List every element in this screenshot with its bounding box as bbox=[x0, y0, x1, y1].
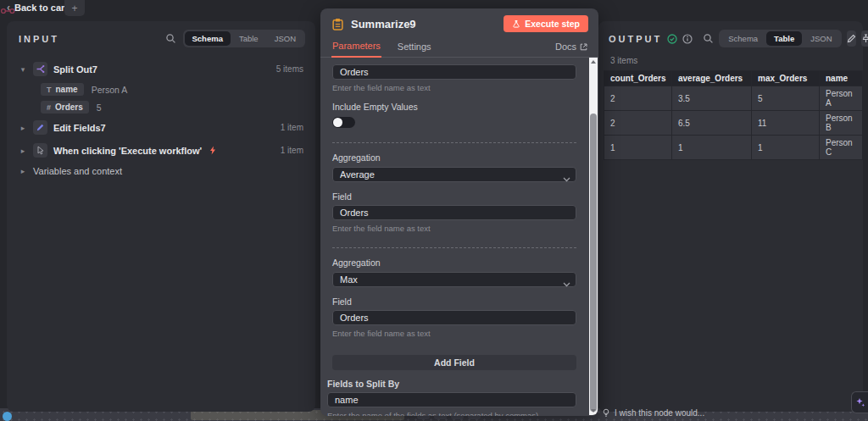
edit-output-button[interactable] bbox=[847, 30, 856, 47]
fields-to-split-by-label: Fields to Split By bbox=[327, 379, 576, 389]
plus-icon: + bbox=[71, 3, 77, 14]
split-by-hint: Enter the name of the fields as text (se… bbox=[327, 411, 576, 416]
pencil-icon bbox=[847, 34, 856, 43]
schema-field[interactable]: #Orders5 bbox=[15, 98, 307, 116]
lightning-icon bbox=[209, 146, 216, 155]
field-key: Orders bbox=[55, 102, 83, 112]
scroll-up-arrow[interactable] bbox=[589, 58, 598, 66]
field-input[interactable] bbox=[332, 310, 576, 325]
scrollbar-thumb[interactable] bbox=[590, 114, 597, 412]
node-detail-modal: Summarize9 Execute step Parameters Setti… bbox=[320, 8, 598, 416]
aggregation-select[interactable] bbox=[332, 271, 576, 287]
input-display-mode-tabs: Schema Table JSON bbox=[183, 30, 306, 47]
output-panel-title: OUTPUT bbox=[609, 34, 662, 44]
input-tree-node[interactable]: ▸Variables and context bbox=[15, 162, 307, 180]
modal-scrollbar[interactable] bbox=[589, 58, 598, 415]
table-column-header: count_Orders bbox=[604, 71, 672, 86]
field-pill[interactable]: #Orders bbox=[41, 101, 89, 114]
fields-to-split-by-input[interactable] bbox=[327, 392, 576, 407]
include-empty-toggle[interactable] bbox=[332, 117, 355, 128]
node-label: Split Out7 bbox=[53, 64, 97, 75]
table-row[interactable]: 111Person C bbox=[604, 136, 863, 160]
input-tree-node[interactable]: ▾Split Out75 items bbox=[15, 58, 307, 80]
tab-input-json[interactable]: JSON bbox=[267, 31, 303, 46]
tab-output-table[interactable]: Table bbox=[766, 31, 802, 46]
modal-tab-bar: Parameters Settings Docs bbox=[320, 36, 598, 58]
chevron-right-icon[interactable]: ▸ bbox=[19, 147, 27, 155]
table-cell: 11 bbox=[752, 111, 820, 136]
table-cell: Person C bbox=[820, 136, 863, 160]
node-label: When clicking 'Execute workflow' bbox=[53, 146, 202, 156]
output-panel-header: OUTPUT Schema Table JSON bbox=[598, 21, 863, 54]
summarize-node-icon bbox=[331, 18, 344, 30]
chevron-down-icon bbox=[563, 275, 570, 291]
table-cell: 1 bbox=[752, 136, 820, 160]
table-cell: 5 bbox=[752, 86, 820, 111]
sparkle-icon bbox=[855, 397, 865, 407]
chevron-right-icon[interactable]: ▸ bbox=[19, 124, 27, 132]
new-tab-button[interactable]: + bbox=[64, 0, 85, 16]
table-cell: 3.5 bbox=[672, 86, 752, 111]
aggregation-select-value[interactable] bbox=[332, 272, 576, 287]
input-tree-node[interactable]: ▸Edit Fields71 item bbox=[15, 116, 307, 139]
input-panel-header: INPUT Schema Table JSON bbox=[7, 21, 315, 54]
item-count: 1 item bbox=[281, 123, 303, 132]
ai-assistant-button[interactable] bbox=[851, 391, 868, 413]
item-divider bbox=[332, 142, 576, 143]
field-input[interactable] bbox=[332, 205, 576, 220]
field-hint: Enter the field name as text bbox=[332, 83, 576, 92]
aggregation-select[interactable] bbox=[332, 166, 576, 182]
field-value: 5 bbox=[97, 102, 102, 113]
execute-step-label: Execute step bbox=[525, 19, 580, 29]
cursor-icon bbox=[33, 143, 47, 158]
table-cell: Person B bbox=[820, 111, 863, 136]
schema-field[interactable]: TnamePerson A bbox=[15, 80, 307, 98]
modal-header: Summarize9 Execute step bbox=[320, 8, 598, 36]
item-count: 1 item bbox=[281, 146, 303, 155]
field-pill[interactable]: Tname bbox=[41, 83, 84, 96]
add-field-button[interactable]: Add Field bbox=[332, 355, 576, 370]
external-link-icon bbox=[580, 43, 587, 51]
chevron-down-icon[interactable]: ▾ bbox=[19, 65, 27, 74]
table-cell: Person A bbox=[820, 86, 863, 111]
pin-data-button[interactable] bbox=[861, 30, 868, 47]
field-label: Field bbox=[332, 296, 576, 307]
info-icon[interactable] bbox=[682, 34, 693, 44]
table-cell: 6.5 bbox=[672, 111, 752, 136]
docs-link[interactable]: Docs bbox=[555, 42, 587, 57]
aggregation-label: Aggregation bbox=[332, 258, 576, 268]
search-icon[interactable] bbox=[165, 33, 176, 44]
aggregation-label: Aggregation bbox=[332, 152, 576, 163]
tab-output-schema[interactable]: Schema bbox=[721, 31, 765, 46]
chevron-right-icon[interactable]: ▸ bbox=[19, 167, 27, 175]
node-title[interactable]: Summarize9 bbox=[351, 18, 416, 30]
table-cell: 1 bbox=[604, 136, 672, 160]
tab-input-schema[interactable]: Schema bbox=[185, 31, 231, 46]
execute-step-button[interactable]: Execute step bbox=[504, 15, 588, 32]
include-empty-label: Include Empty Values bbox=[332, 102, 576, 112]
tab-input-table[interactable]: Table bbox=[231, 31, 266, 46]
item-divider bbox=[332, 247, 576, 248]
tab-output-json[interactable]: JSON bbox=[803, 31, 839, 46]
table-row[interactable]: 26.511Person B bbox=[604, 111, 863, 136]
search-icon[interactable] bbox=[703, 33, 714, 44]
node-feedback-link[interactable]: I wish this node would... bbox=[602, 408, 704, 418]
summarize-field-name-input[interactable] bbox=[332, 64, 576, 80]
node-label: Edit Fields7 bbox=[53, 123, 106, 133]
chevron-down-icon bbox=[563, 170, 570, 186]
table-column-header: average_Orders bbox=[672, 71, 752, 86]
node-label: Variables and context bbox=[33, 166, 122, 176]
ndv-screen: ‹ Back to canvas + INPUT Schema Table JS… bbox=[0, 0, 868, 421]
aggregation-select-value[interactable] bbox=[332, 167, 576, 182]
tab-settings[interactable]: Settings bbox=[397, 38, 432, 57]
lightbulb-icon bbox=[602, 408, 610, 418]
table-cell: 2 bbox=[604, 111, 672, 136]
scroll-down-arrow[interactable] bbox=[589, 407, 598, 415]
tab-parameters[interactable]: Parameters bbox=[331, 37, 381, 58]
string-type-icon: T bbox=[47, 86, 52, 94]
input-tree-node[interactable]: ▸When clicking 'Execute workflow'1 item bbox=[15, 139, 307, 162]
success-check-icon bbox=[667, 34, 677, 44]
input-schema-tree: ▾Split Out75 itemsTnamePerson A#Orders5▸… bbox=[7, 54, 315, 180]
input-panel: INPUT Schema Table JSON ▾Split Out75 ite… bbox=[7, 21, 315, 412]
table-row[interactable]: 23.55Person A bbox=[604, 86, 863, 111]
